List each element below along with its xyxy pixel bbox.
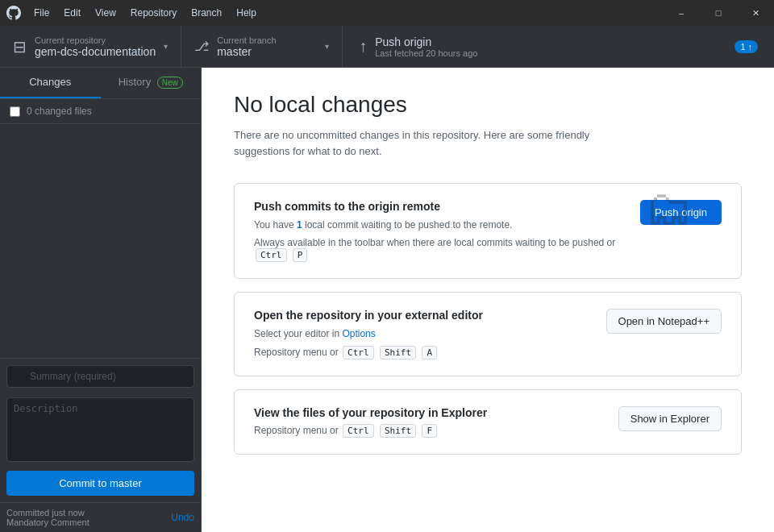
editor-card: Open the repository in your external edi… [234, 292, 742, 376]
sidebar-tabs: Changes History New [0, 68, 201, 99]
current-repository-section[interactable]: ⊟ Current repository gem-dcs-documentati… [0, 26, 181, 67]
mandatory-text: Mandatory Comment [6, 517, 89, 527]
main-content: No local changes There are no uncommitte… [202, 68, 774, 532]
main-title: No local changes [234, 92, 742, 118]
explorer-shortcut-text: Repository menu or [254, 425, 339, 436]
push-desc-prefix: You have [254, 219, 297, 231]
commit-button[interactable]: Commit to master [6, 471, 194, 496]
push-arrow-icon: ↑ [748, 42, 753, 52]
push-icon: ↑ [359, 37, 367, 56]
file-list [0, 124, 201, 358]
push-text: Push origin Last fetched 20 hours ago [375, 35, 726, 58]
commit-status: Committed just now Mandatory Comment [6, 508, 89, 527]
description-textarea[interactable] [6, 397, 194, 462]
sidebar-bottom: 🐛 Commit to master [0, 358, 201, 502]
explorer-shortcut-shift: Shift [380, 424, 416, 438]
repo-icon: ⊟ [13, 37, 27, 56]
titlebar-controls: – □ ✕ [663, 0, 774, 26]
branch-text: Current branch master [217, 35, 317, 58]
editor-shortcut-shift: Shift [380, 346, 416, 360]
explorer-card-action: Show in Explorer [618, 406, 722, 431]
repo-label: Current repository [35, 35, 156, 45]
branch-label: Current branch [217, 35, 317, 45]
push-label: Push origin [375, 35, 726, 48]
push-card-shortcut: Always available in the toolbar when the… [254, 237, 624, 262]
toolbar: ⊟ Current repository gem-dcs-documentati… [0, 26, 774, 68]
menu-repository[interactable]: Repository [124, 4, 183, 22]
summary-wrapper: 🐛 [6, 365, 194, 393]
open-editor-button[interactable]: Open in Notepad++ [606, 309, 722, 334]
branch-chevron-icon: ▾ [325, 42, 329, 51]
repo-name: gem-dcs-documentation [35, 45, 156, 58]
editor-shortcut-ctrl: Ctrl [343, 346, 374, 360]
push-card-title: Push commits to the origin remote [254, 200, 624, 213]
editor-card-desc: Select your editor in Options [254, 326, 590, 341]
explorer-card-title: View the files of your repository in Exp… [254, 406, 602, 419]
titlebar: File Edit View Repository Branch Help – … [0, 0, 774, 26]
changed-files-header: 0 changed files [0, 99, 201, 124]
titlebar-menus: File Edit View Repository Branch Help [27, 4, 263, 22]
push-shortcut-ctrl: Ctrl [256, 248, 287, 262]
layout: Changes History New 0 changed files 🐛 Co… [0, 68, 774, 532]
branch-icon: ⎇ [194, 39, 209, 54]
summary-input[interactable] [6, 365, 194, 388]
editor-card-action: Open in Notepad++ [606, 309, 722, 334]
commit-footer: Committed just now Mandatory Comment Und… [0, 502, 201, 532]
tab-history-badge: New [157, 77, 183, 89]
menu-help[interactable]: Help [230, 4, 263, 22]
select-all-checkbox[interactable] [10, 106, 20, 117]
tab-history[interactable]: History New [101, 68, 202, 98]
options-link[interactable]: Options [342, 328, 375, 339]
menu-edit[interactable]: Edit [57, 4, 87, 22]
explorer-shortcut-f: F [422, 424, 437, 438]
titlebar-left: File Edit View Repository Branch Help [6, 4, 263, 22]
editor-shortcut-a: A [422, 346, 437, 360]
editor-card-shortcut: Repository menu or Ctrl Shift A [254, 346, 590, 360]
main-header-area: No local changes There are no uncommitte… [234, 92, 742, 159]
explorer-shortcut-ctrl: Ctrl [343, 424, 374, 438]
app-icon [6, 6, 21, 20]
push-shortcut-text: Always available in the toolbar when the… [254, 237, 615, 248]
menu-branch[interactable]: Branch [185, 4, 228, 22]
push-count-badge: 1 ↑ [734, 40, 758, 53]
close-button[interactable]: ✕ [737, 0, 774, 26]
editor-desc-prefix: Select your editor in [254, 328, 342, 339]
explorer-card: View the files of your repository in Exp… [234, 389, 742, 455]
branch-name: master [217, 45, 317, 58]
current-branch-section[interactable]: ⎇ Current branch master ▾ [181, 26, 343, 67]
tab-history-label: History [119, 76, 151, 88]
push-desc-count: 1 [297, 219, 302, 231]
explorer-card-shortcut: Repository menu or Ctrl Shift F [254, 424, 602, 438]
explorer-card-content: View the files of your repository in Exp… [254, 406, 602, 438]
editor-shortcut-text: Repository menu or [254, 347, 339, 358]
sidebar: Changes History New 0 changed files 🐛 Co… [0, 68, 202, 532]
editor-card-content: Open the repository in your external edi… [254, 309, 590, 360]
push-desc-suffix: local commit waiting to be pushed to the… [302, 219, 513, 231]
changed-files-count: 0 changed files [27, 106, 92, 117]
repo-text: Current repository gem-dcs-documentation [35, 35, 156, 58]
illustration-icon: 🗂 [645, 181, 693, 236]
editor-card-title: Open the repository in your external edi… [254, 309, 590, 322]
push-count: 1 [740, 42, 745, 52]
push-shortcut-p: P [293, 248, 308, 262]
menu-file[interactable]: File [27, 4, 56, 22]
push-card-desc: You have 1 local commit waiting to be pu… [254, 218, 624, 232]
minimize-button[interactable]: – [663, 0, 700, 26]
main-subtitle: There are no uncommitted changes in this… [234, 127, 637, 159]
tab-changes[interactable]: Changes [0, 68, 101, 98]
push-card-content: Push commits to the origin remote You ha… [254, 200, 624, 262]
show-explorer-button[interactable]: Show in Explorer [618, 406, 722, 431]
push-origin-section[interactable]: ↑ Push origin Last fetched 20 hours ago … [343, 26, 774, 67]
push-sublabel: Last fetched 20 hours ago [375, 48, 726, 58]
maximize-button[interactable]: □ [700, 0, 737, 26]
undo-button[interactable]: Undo [171, 512, 194, 523]
menu-view[interactable]: View [89, 4, 123, 22]
repo-chevron-icon: ▾ [164, 42, 168, 51]
committed-text: Committed just now [6, 508, 89, 517]
